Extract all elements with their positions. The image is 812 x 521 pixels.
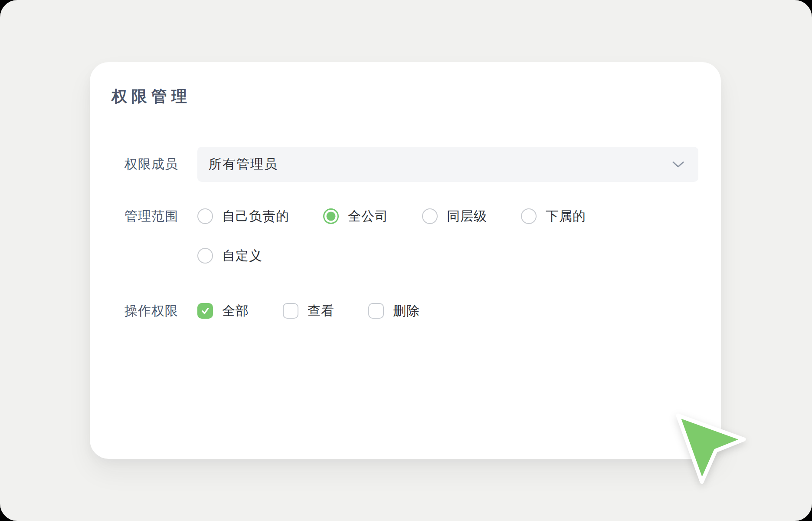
- mouse-cursor-icon: [668, 406, 755, 493]
- permission-management-card: 权限管理 权限成员 所有管理员 管理范围 自己负责的 全公司: [90, 62, 721, 459]
- scope-row: 管理范围 自己负责的 全公司 同层级 下属的: [124, 208, 586, 225]
- scope-option-label: 同层级: [447, 208, 487, 225]
- scope-option-whole-company[interactable]: 全公司: [323, 208, 388, 225]
- checkbox-icon[interactable]: [283, 303, 298, 319]
- scope-option-same-level[interactable]: 同层级: [422, 208, 487, 225]
- scope-row-2: 自定义: [197, 247, 262, 264]
- member-label: 权限成员: [124, 155, 197, 173]
- scope-options: 自己负责的 全公司 同层级 下属的: [197, 208, 586, 225]
- radio-icon[interactable]: [323, 208, 339, 224]
- operation-option-delete[interactable]: 删除: [368, 302, 420, 320]
- checkbox-icon[interactable]: [368, 303, 384, 319]
- chevron-down-icon: [672, 161, 684, 168]
- scope-options-2: 自定义: [197, 247, 262, 265]
- operations-options: 全部 查看 删除: [197, 302, 420, 320]
- member-select-value: 所有管理员: [209, 155, 278, 173]
- scope-option-own[interactable]: 自己负责的: [197, 208, 289, 225]
- checkbox-icon[interactable]: [197, 303, 213, 319]
- operations-row: 操作权限 全部 查看: [124, 302, 420, 320]
- operation-option-label: 查看: [308, 302, 334, 320]
- page-title: 权限管理: [111, 86, 191, 107]
- radio-icon[interactable]: [197, 248, 213, 264]
- radio-icon[interactable]: [422, 208, 438, 224]
- operations-label: 操作权限: [124, 302, 197, 320]
- radio-icon[interactable]: [521, 208, 537, 224]
- operation-option-label: 全部: [222, 302, 249, 320]
- scope-label: 管理范围: [124, 208, 197, 225]
- check-icon: [200, 307, 210, 315]
- radio-icon[interactable]: [197, 208, 213, 224]
- scope-option-custom[interactable]: 自定义: [197, 247, 262, 265]
- scope-option-label: 自己负责的: [222, 208, 289, 225]
- scope-option-label: 下属的: [546, 208, 586, 225]
- operation-option-label: 删除: [393, 302, 420, 320]
- member-row: 权限成员 所有管理员: [124, 147, 698, 182]
- scope-option-label: 全公司: [348, 208, 388, 225]
- screen-background: 权限管理 权限成员 所有管理员 管理范围 自己负责的 全公司: [0, 0, 812, 521]
- member-select[interactable]: 所有管理员: [197, 147, 698, 182]
- scope-option-label: 自定义: [222, 247, 262, 265]
- scope-option-subordinates[interactable]: 下属的: [521, 208, 586, 225]
- operation-option-view[interactable]: 查看: [283, 302, 334, 320]
- operation-option-all[interactable]: 全部: [197, 302, 249, 320]
